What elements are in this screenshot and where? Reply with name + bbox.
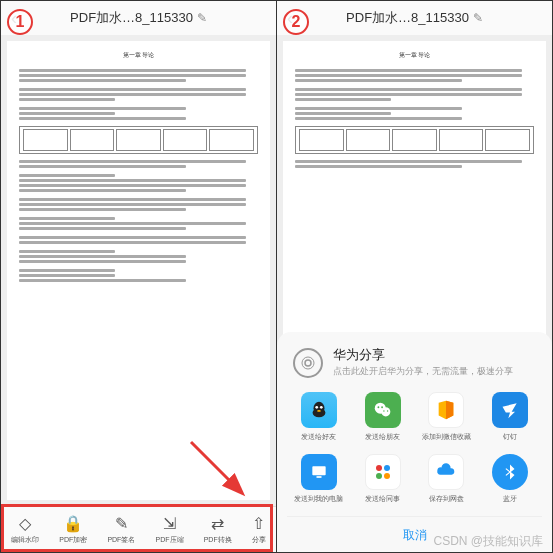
title-text: PDF加水…8_115330 <box>70 9 193 27</box>
edit-title-icon[interactable]: ✎ <box>197 11 207 25</box>
doc-diagram <box>295 126 534 154</box>
watermark-tool[interactable]: ◇编辑水印 <box>11 514 39 545</box>
svg-point-18 <box>376 473 382 479</box>
title-text: PDF加水…8_115330 <box>346 9 469 27</box>
svg-point-7 <box>317 410 321 412</box>
share-wx-fav-icon <box>428 392 464 428</box>
huawei-share-subtitle: 点击此处开启华为分享，无需流量，极速分享 <box>333 366 513 378</box>
share-sheet: 华为分享 点击此处开启华为分享，无需流量，极速分享 发送给好友发送给朋友添加到微… <box>277 332 552 552</box>
tool-label: PDF转换 <box>204 535 232 545</box>
doc-heading: 第一章 导论 <box>19 51 258 61</box>
huawei-share-row[interactable]: 华为分享 点击此处开启华为分享，无需流量，极速分享 <box>287 346 542 378</box>
svg-point-9 <box>381 407 390 416</box>
tool-label: 分享 <box>252 535 266 545</box>
edit-title-icon[interactable]: ✎ <box>473 11 483 25</box>
watermark-tool-icon: ◇ <box>19 514 31 533</box>
svg-point-10 <box>377 406 379 408</box>
share-label: 发送到我的电脑 <box>294 494 343 504</box>
sign-tool[interactable]: ✎PDF签名 <box>107 514 135 545</box>
app-header: ‹ PDF加水…8_115330 ✎ <box>277 1 552 35</box>
doc-heading: 第一章 导论 <box>295 51 534 61</box>
annotation-marker-2: 2 <box>283 9 309 35</box>
share-qq-icon <box>301 392 337 428</box>
share-label: 蓝牙 <box>503 494 517 504</box>
share-label: 添加到微信收藏 <box>422 432 471 442</box>
file-title: PDF加水…8_115330 ✎ <box>346 9 483 27</box>
cancel-button[interactable]: 取消 <box>403 528 427 542</box>
svg-point-13 <box>386 410 387 411</box>
app-header: ‹ PDF加水…8_115330 ✎ <box>1 1 276 35</box>
share-qq[interactable]: 发送给好友 <box>291 392 347 442</box>
convert-tool-icon: ⇄ <box>211 514 224 533</box>
share-label: 发送给好友 <box>301 432 336 442</box>
svg-point-16 <box>376 465 382 471</box>
svg-point-17 <box>384 465 390 471</box>
svg-rect-15 <box>316 476 321 478</box>
share-wechat-icon <box>365 392 401 428</box>
encrypt-tool-icon: 🔒 <box>63 514 83 533</box>
tool-label: 编辑水印 <box>11 535 39 545</box>
svg-point-2 <box>302 357 314 369</box>
csdn-watermark: CSDN @技能知识库 <box>433 533 543 550</box>
share-label: 钉钉 <box>503 432 517 442</box>
bottom-toolbar: ◇编辑水印🔒PDF加密✎PDF签名⇲PDF压缩⇄PDF转换⇧分享 <box>1 506 276 552</box>
share-colleague-icon <box>365 454 401 490</box>
share-wx-fav[interactable]: 添加到微信收藏 <box>418 392 474 442</box>
share-dingtalk-icon <box>492 392 528 428</box>
svg-point-19 <box>384 473 390 479</box>
share-tool-icon: ⇧ <box>252 514 265 533</box>
share-label: 发送给同事 <box>365 494 400 504</box>
svg-point-11 <box>381 406 383 408</box>
share-pc-icon <box>301 454 337 490</box>
share-wechat[interactable]: 发送给朋友 <box>355 392 411 442</box>
tool-label: PDF压缩 <box>156 535 184 545</box>
share-label: 发送给朋友 <box>365 432 400 442</box>
tool-label: PDF加密 <box>59 535 87 545</box>
tool-label: PDF签名 <box>107 535 135 545</box>
sign-tool-icon: ✎ <box>115 514 128 533</box>
share-row-1: 发送给好友发送给朋友添加到微信收藏钉钉 <box>287 392 542 442</box>
share-bluetooth[interactable]: 蓝牙 <box>482 454 538 504</box>
share-tool[interactable]: ⇧分享 <box>252 514 266 545</box>
svg-point-6 <box>320 406 323 409</box>
doc-diagram <box>19 126 258 154</box>
huawei-share-text: 华为分享 点击此处开启华为分享，无需流量，极速分享 <box>333 346 513 378</box>
document-page: 第一章 导论 <box>7 41 270 500</box>
share-label: 保存到网盘 <box>429 494 464 504</box>
share-cloud[interactable]: 保存到网盘 <box>418 454 474 504</box>
panel-right: 2 ‹ PDF加水…8_115330 ✎ 第一章 导论 <box>277 1 552 552</box>
svg-point-1 <box>305 360 311 366</box>
share-bluetooth-icon <box>492 454 528 490</box>
svg-point-4 <box>312 408 325 417</box>
screenshot-pair: 1 ‹ PDF加水…8_115330 ✎ 第一章 导论 <box>0 0 553 553</box>
share-colleague[interactable]: 发送给同事 <box>355 454 411 504</box>
svg-point-5 <box>315 406 318 409</box>
encrypt-tool[interactable]: 🔒PDF加密 <box>59 514 87 545</box>
svg-point-12 <box>383 410 384 411</box>
huawei-share-title: 华为分享 <box>333 346 513 364</box>
convert-tool[interactable]: ⇄PDF转换 <box>204 514 232 545</box>
compress-tool-icon: ⇲ <box>163 514 176 533</box>
document-viewport[interactable]: 第一章 导论 <box>1 35 276 506</box>
compress-tool[interactable]: ⇲PDF压缩 <box>156 514 184 545</box>
share-dingtalk[interactable]: 钉钉 <box>482 392 538 442</box>
file-title: PDF加水…8_115330 ✎ <box>70 9 207 27</box>
svg-rect-14 <box>312 466 325 475</box>
share-row-2: 发送到我的电脑发送给同事保存到网盘蓝牙 <box>287 454 542 504</box>
annotation-marker-1: 1 <box>7 9 33 35</box>
huawei-share-icon <box>293 348 323 378</box>
share-cloud-icon <box>428 454 464 490</box>
panel-left: 1 ‹ PDF加水…8_115330 ✎ 第一章 导论 <box>1 1 277 552</box>
share-pc[interactable]: 发送到我的电脑 <box>291 454 347 504</box>
